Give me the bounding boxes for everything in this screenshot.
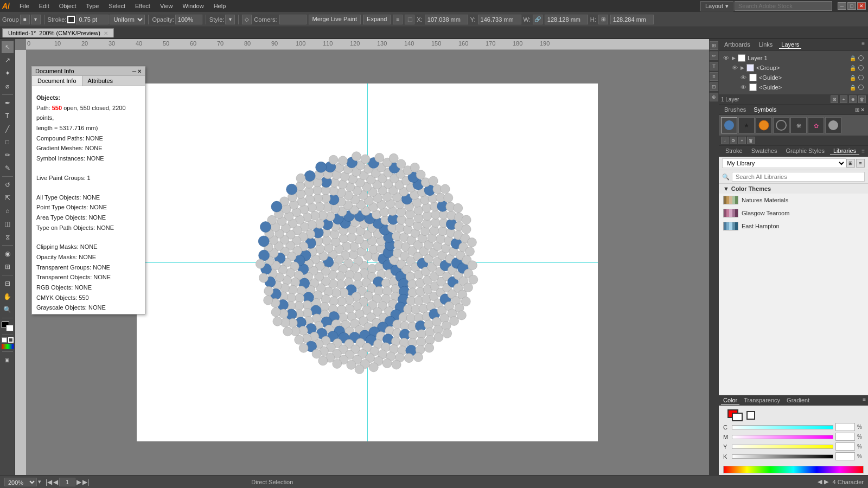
brush-item-0[interactable] <box>721 117 737 133</box>
prev-page-btn[interactable]: ◀ <box>53 478 58 486</box>
fg-bg-selector[interactable] <box>727 409 743 421</box>
brushes-tab[interactable]: Brushes <box>722 106 748 113</box>
paintbrush-tool[interactable]: ✏ <box>2 149 14 161</box>
symbol-options-btn[interactable]: ⚙ <box>730 137 737 144</box>
lock-proportions[interactable]: 🔗 <box>533 15 542 24</box>
k-slider[interactable] <box>732 454 833 459</box>
selection-mode[interactable]: ⬚ <box>405 15 414 24</box>
menu-view[interactable]: View <box>156 2 177 10</box>
artboards-tab[interactable]: Artboards <box>722 41 752 49</box>
blend-tool[interactable]: ⧖ <box>2 231 14 243</box>
place-symbol-btn[interactable]: ↓ <box>721 137 729 144</box>
layers-options[interactable]: ≡ <box>861 41 865 49</box>
new-layer-btn[interactable]: ⊕ <box>849 95 857 103</box>
graphic-styles-tab[interactable]: Graphic Styles <box>782 147 828 155</box>
canvas-area[interactable]: 0 10 20 30 40 50 60 70 80 90 100 110 120… <box>15 39 709 475</box>
magic-wand-tool[interactable]: ✦ <box>2 67 14 79</box>
layer-lock-1[interactable]: 🔒 <box>850 55 856 61</box>
theme-natures-materials[interactable]: Natures Materials <box>719 194 868 207</box>
artboard-tool[interactable]: ⊞ <box>2 261 14 273</box>
color-selector[interactable] <box>2 322 14 331</box>
new-symbol-btn[interactable]: + <box>738 137 746 144</box>
merge-live-paint-button[interactable]: Merge Live Paint <box>309 15 361 24</box>
fill-btn[interactable] <box>2 337 7 343</box>
layer-lock-guide1[interactable]: 🔒 <box>850 75 856 81</box>
lib-grid-view[interactable]: ⊞ <box>846 159 855 168</box>
line-tool[interactable]: ╱ <box>2 123 14 135</box>
transparency-tab[interactable]: Transparency <box>742 396 782 404</box>
expand-button[interactable]: Expand <box>363 15 391 24</box>
page-input[interactable] <box>59 478 75 486</box>
direct-selection-tool[interactable]: ↗ <box>2 54 14 66</box>
color-gradient-bar[interactable] <box>723 466 864 473</box>
pencil-tool[interactable]: ✎ <box>2 162 14 174</box>
last-page-btn[interactable]: ▶| <box>82 478 89 486</box>
scroll-left[interactable]: ◀ <box>818 478 822 485</box>
layers-tab[interactable]: Layers <box>779 41 801 49</box>
k-value[interactable] <box>835 452 855 460</box>
y-value[interactable] <box>478 15 521 24</box>
gradient-tool[interactable]: ◫ <box>2 218 14 230</box>
stroke-value[interactable] <box>76 15 108 24</box>
constrain-h[interactable]: ⊞ <box>598 15 608 24</box>
doc-info-tab-info[interactable]: Document Info <box>32 76 82 86</box>
color-panel-options[interactable]: ≡ <box>863 396 866 404</box>
menu-object[interactable]: Object <box>55 2 81 10</box>
layer-lock-group[interactable]: 🔒 <box>850 65 856 71</box>
style-dropdown[interactable]: ▾ <box>225 15 235 24</box>
y-slider[interactable] <box>732 445 833 449</box>
c-value[interactable] <box>835 423 855 431</box>
color-tab[interactable]: Color <box>721 396 739 404</box>
swatches-tab[interactable]: Swatches <box>748 147 781 155</box>
layer-row-guide1[interactable]: 👁 <Guide> 🔒 <box>721 73 866 82</box>
document-tab[interactable]: Untitled-1* 200% (CMYK/Preview) ✕ <box>2 28 114 37</box>
group-options[interactable]: ▾ <box>31 15 41 24</box>
corners-icon[interactable]: ◇ <box>242 15 252 24</box>
scroll-right[interactable]: ▶ <box>824 478 828 485</box>
y-value[interactable] <box>835 442 855 451</box>
expand-options[interactable]: ≡ <box>393 15 403 24</box>
layer-target-guide1[interactable] <box>858 75 864 80</box>
make-clipping-mask-btn[interactable]: ⊡ <box>831 95 838 103</box>
menu-effect[interactable]: Effect <box>131 2 155 10</box>
menu-select[interactable]: Select <box>104 2 130 10</box>
doc-info-close[interactable]: ✕ <box>137 68 142 74</box>
zoom-select[interactable]: 200% <box>4 478 37 486</box>
w-value[interactable] <box>545 15 588 24</box>
brush-item-4[interactable]: ❋ <box>790 117 807 133</box>
minimize-button[interactable]: ─ <box>838 2 846 10</box>
layer-expand-1[interactable]: ▶ <box>732 55 736 61</box>
brushes-close[interactable]: ✕ <box>860 107 865 113</box>
delete-symbol-btn[interactable]: 🗑 <box>747 137 755 144</box>
rotate-tool[interactable]: ↺ <box>2 179 14 191</box>
background-color[interactable] <box>732 413 743 421</box>
layer-name-group[interactable]: <Group> <box>756 65 847 71</box>
c-slider[interactable] <box>732 425 833 429</box>
corners-value[interactable] <box>279 15 307 24</box>
layer-target-guide2[interactable] <box>858 85 864 90</box>
brush-item-2[interactable] <box>756 117 772 133</box>
stroke-btn[interactable] <box>8 337 14 343</box>
theme-glasgow-tearoom[interactable]: Glasgow Tearoom <box>719 207 868 220</box>
lasso-tool[interactable]: ⌀ <box>2 80 14 92</box>
stroke-type[interactable]: Uniform <box>110 15 145 24</box>
libraries-tab[interactable]: Libraries <box>830 147 859 155</box>
stock-search-input[interactable] <box>735 1 832 11</box>
layer-row-group[interactable]: 👁 ▶ <Group> 🔒 <box>721 63 866 73</box>
layer-name-guide1[interactable]: <Guide> <box>759 74 847 81</box>
align-panel-icon[interactable]: ≡ <box>710 72 718 81</box>
layer-expand-group[interactable]: ▶ <box>741 65 744 70</box>
theme-east-hampton[interactable]: East Hampton <box>719 220 868 233</box>
layer-row-guide2[interactable]: 👁 <Guide> 🔒 <box>721 82 866 92</box>
menu-file[interactable]: File <box>15 2 34 10</box>
gradient-btn[interactable] <box>2 344 14 349</box>
drawing-mode[interactable]: ▣ <box>2 354 14 366</box>
artboards-panel-icon[interactable]: ⊞ <box>710 41 718 50</box>
type-tool[interactable]: T <box>2 110 14 122</box>
layer-row-1[interactable]: 👁 ▶ Layer 1 🔒 <box>721 53 866 63</box>
menu-edit[interactable]: Edit <box>35 2 54 10</box>
layer-eye-guide1[interactable]: 👁 <box>741 74 747 81</box>
layout-button[interactable]: Layout▾ <box>700 1 733 11</box>
new-sublayer-btn[interactable]: + <box>840 95 847 103</box>
menu-type[interactable]: Type <box>82 2 104 10</box>
